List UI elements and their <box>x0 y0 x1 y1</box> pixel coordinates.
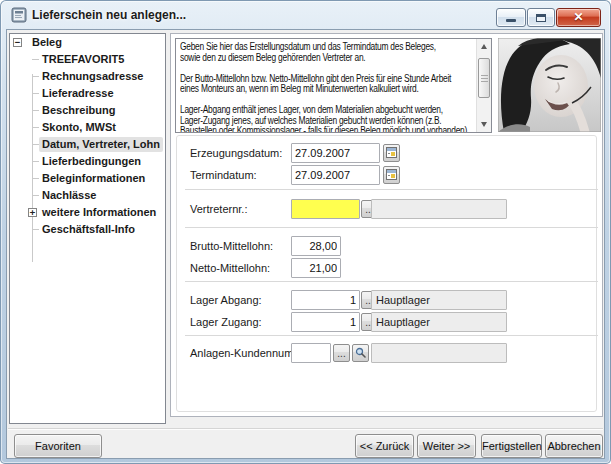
tree-connector-tick <box>32 161 39 162</box>
separator <box>185 189 598 190</box>
zurueck-button[interactable]: << Zurück <box>355 434 414 458</box>
tree-item-beschreibung[interactable]: Beschreibung <box>42 103 115 118</box>
anlagen-kundennummer-display-field <box>371 343 507 363</box>
magnifier-icon <box>355 347 366 358</box>
tree-item-lieferbedingungen[interactable]: Lieferbedingungen <box>42 154 141 169</box>
minimize-icon <box>506 19 516 22</box>
tree-item-weitere-informationen[interactable]: weitere Informationen <box>42 205 156 220</box>
lager-zugang-label: Lager Zugang: <box>190 316 262 328</box>
footer-divider <box>8 428 603 430</box>
anlagen-kundennummer-input[interactable] <box>291 343 331 363</box>
tree-connector-tick <box>32 76 39 77</box>
separator <box>185 227 598 228</box>
lager-zugang-display-field: Hauptlager <box>371 312 507 332</box>
fertigstellen-button[interactable]: Fertigstellen <box>481 434 542 458</box>
tree-item-treefavorit5[interactable]: TREEFAVORIT5 <box>42 52 124 67</box>
erzeugungsdatum-label: Erzeugungsdatum: <box>190 147 282 159</box>
lager-abgang-input[interactable] <box>291 290 360 310</box>
navigation-tree: − + Beleg TREEFAVORIT5 Rechnungsadresse … <box>9 33 166 424</box>
netto-mittellohn-label: Netto-Mittellohn: <box>190 262 270 274</box>
tree-item-skonto-mwst[interactable]: Skonto, MWSt <box>42 120 116 135</box>
separator <box>185 335 598 336</box>
instruction-text-box: Geben Sie hier das Erstellungsdatum und … <box>175 38 492 133</box>
tree-connector-line <box>32 74 33 262</box>
netto-mittellohn-input[interactable] <box>291 258 341 278</box>
abbrechen-button[interactable]: Abbrechen <box>545 434 603 458</box>
tree-connector-tick <box>32 195 39 196</box>
brutto-mittellohn-label: Brutto-Mittellohn: <box>190 240 273 252</box>
vertreternr-display-field <box>371 199 507 219</box>
termindatum-calendar-button[interactable] <box>383 166 400 184</box>
scrollbar-grip-icon <box>481 75 488 82</box>
tree-expander-weitere-informationen[interactable]: + <box>28 208 37 217</box>
tree-item-lieferadresse[interactable]: Lieferadresse <box>42 86 114 101</box>
tree-connector-tick <box>32 59 39 60</box>
tree-item-rechnungsadresse[interactable]: Rechnungsadresse <box>42 69 143 84</box>
lager-zugang-input[interactable] <box>291 312 360 332</box>
tree-item-beleginformationen[interactable]: Beleginformationen <box>42 171 145 186</box>
titlebar[interactable]: Lieferschein neu anlegen... ✕ <box>0 0 611 30</box>
scrollbar-thumb[interactable] <box>478 58 490 98</box>
close-button[interactable]: ✕ <box>556 8 601 27</box>
lager-abgang-label: Lager Abgang: <box>190 294 262 306</box>
termindatum-input[interactable] <box>291 165 380 185</box>
window-title: Lieferschein neu anlegen... <box>32 8 186 22</box>
form-frame: Erzeugungsdatum: Termindatum: Vertretern… <box>176 135 597 412</box>
erzeugungsdatum-input[interactable] <box>291 143 380 163</box>
main-content-panel: Geben Sie hier das Erstellungsdatum und … <box>170 33 603 417</box>
arrow-up-icon <box>481 44 487 49</box>
tree-item-geschaeftsfall-info[interactable]: Geschäftsfall-Info <box>42 222 135 237</box>
calendar-icon <box>386 147 397 158</box>
separator <box>185 281 598 282</box>
vertical-scrollbar[interactable] <box>476 39 491 132</box>
vertreternr-label: Vertreternr.: <box>190 203 247 215</box>
scroll-up-button[interactable] <box>477 39 492 54</box>
vertreternr-input[interactable] <box>291 199 360 219</box>
dialog-window: Lieferschein neu anlegen... ✕ − + Beleg … <box>0 0 611 464</box>
maximize-button[interactable] <box>527 8 555 27</box>
calendar-icon <box>386 169 397 180</box>
lager-abgang-display-field: Hauptlager <box>371 290 507 310</box>
decorative-portrait-photo <box>498 38 601 132</box>
anlagen-kundennummer-search-button[interactable] <box>352 344 369 362</box>
tree-connector-tick <box>32 178 39 179</box>
tree-connector-tick <box>32 93 39 94</box>
tree-expander-beleg[interactable]: − <box>13 38 22 47</box>
tree-connector-tick <box>32 127 39 128</box>
tree-item-datum-vertreter-lohn[interactable]: Datum, Vertreter, Lohn <box>39 137 163 152</box>
tree-connector-tick <box>32 110 39 111</box>
maximize-icon <box>536 14 546 22</box>
termindatum-label: Termindatum: <box>190 169 257 181</box>
minimize-button[interactable] <box>496 8 526 27</box>
scroll-down-button[interactable] <box>477 117 492 132</box>
instruction-text: Geben Sie hier das Erstellungsdatum und … <box>180 42 476 133</box>
close-icon: ✕ <box>557 10 600 24</box>
app-document-icon <box>11 7 27 23</box>
tree-connector-tick <box>32 144 39 145</box>
weiter-button[interactable]: Weiter >> <box>417 434 476 458</box>
favoriten-button[interactable]: Favoriten <box>14 434 102 458</box>
tree-item-nachlaesse[interactable]: Nachlässe <box>42 188 96 203</box>
brutto-mittellohn-input[interactable] <box>291 236 341 256</box>
arrow-down-icon <box>481 122 487 127</box>
tree-connector-tick <box>32 229 39 230</box>
tree-item-beleg[interactable]: Beleg <box>32 35 62 50</box>
anlagen-kundennummer-lookup-button[interactable]: ... <box>333 344 350 362</box>
erzeugungsdatum-calendar-button[interactable] <box>383 144 400 162</box>
